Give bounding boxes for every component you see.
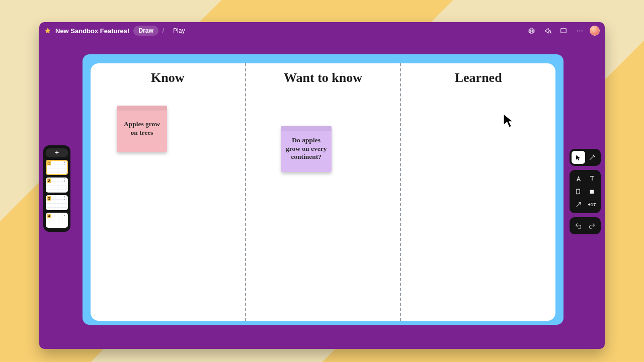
app-window: New Sandbox Features! Draw / Play Know A…	[39, 22, 605, 349]
column-title-know: Know	[91, 67, 245, 85]
pointer-tool-icon[interactable]	[572, 151, 585, 164]
tool-block-select	[570, 149, 601, 166]
svg-point-0	[530, 30, 532, 32]
top-bar: New Sandbox Features! Draw / Play	[39, 22, 605, 39]
text-tool-icon[interactable]	[585, 172, 599, 185]
document-title[interactable]: New Sandbox Features!	[55, 27, 129, 35]
user-avatar[interactable]	[590, 26, 600, 36]
column-learned[interactable]: Learned	[400, 63, 555, 321]
redo-icon[interactable]	[585, 219, 599, 232]
svg-point-4	[581, 30, 582, 31]
slide-menu-icon[interactable]: ⋮	[62, 161, 67, 164]
share-icon[interactable]	[541, 25, 553, 37]
sticky-note-text: Do apples grow on every continent?	[285, 136, 328, 162]
slide-number: 2	[47, 178, 51, 183]
tab-separator: /	[163, 27, 164, 34]
more-tools-button[interactable]: +17	[585, 198, 599, 211]
kwl-board[interactable]: Know Apples grow on trees Want to know D…	[91, 63, 555, 321]
present-icon[interactable]	[557, 25, 570, 37]
slide-thumbnail[interactable]: 4 ⋮	[46, 213, 68, 228]
settings-icon[interactable]	[525, 25, 537, 37]
canvas-frame: Know Apples grow on trees Want to know D…	[83, 54, 564, 325]
shape-tool-icon[interactable]	[572, 185, 585, 198]
slide-thumbnail[interactable]: 2 ⋮	[46, 177, 68, 193]
slide-menu-icon[interactable]: ⋮	[62, 197, 67, 200]
svg-point-2	[577, 30, 578, 31]
tool-panel: +17	[570, 149, 601, 234]
text-style-tool-icon[interactable]	[572, 172, 585, 185]
tool-block-insert: +17	[570, 170, 601, 213]
sticky-note-text: Apples grow on trees	[121, 120, 163, 137]
undo-icon[interactable]	[572, 219, 585, 232]
slide-menu-icon[interactable]: ⋮	[62, 179, 67, 182]
more-menu-icon[interactable]	[574, 25, 586, 37]
rectangle-tool-icon[interactable]	[585, 185, 599, 198]
tab-play[interactable]: Play	[168, 26, 190, 36]
tab-draw[interactable]: Draw	[133, 26, 158, 36]
svg-rect-5	[590, 190, 594, 194]
arrow-tool-icon[interactable]	[572, 198, 585, 211]
add-slide-button[interactable]: +	[46, 148, 68, 157]
sticky-note[interactable]: Apples grow on trees	[117, 106, 167, 152]
slide-rail: + 1 ⋮ 2 ⋮ 3 ⋮ 4 ⋮	[43, 145, 70, 232]
svg-point-3	[579, 30, 580, 31]
cursor-icon	[502, 113, 516, 130]
column-want-to-know[interactable]: Want to know Do apples grow on every con…	[245, 63, 400, 321]
slide-thumbnail[interactable]: 1 ⋮	[46, 160, 68, 175]
column-know[interactable]: Know Apples grow on trees	[91, 63, 245, 321]
slide-number: 3	[47, 196, 51, 201]
app-logo-icon	[44, 27, 51, 34]
column-title-learned: Learned	[401, 67, 555, 85]
slide-number: 1	[47, 161, 51, 165]
sticky-note[interactable]: Do apples grow on every continent?	[281, 126, 332, 172]
slide-menu-icon[interactable]: ⋮	[62, 214, 67, 217]
column-title-want: Want to know	[246, 67, 400, 85]
slide-thumbnail[interactable]: 3 ⋮	[46, 195, 68, 210]
svg-rect-1	[561, 29, 567, 33]
magic-tool-icon[interactable]	[585, 151, 599, 164]
tool-block-history	[570, 217, 601, 234]
slide-number: 4	[47, 214, 51, 218]
